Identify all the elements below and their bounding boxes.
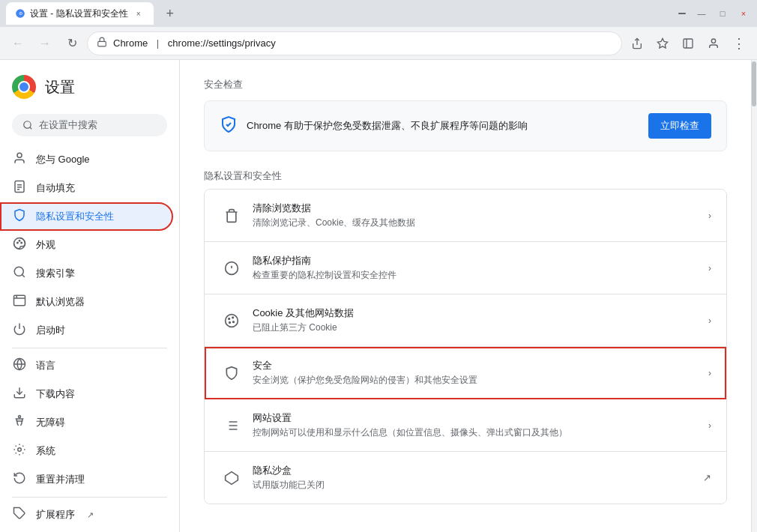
- svg-point-9: [17, 153, 22, 157]
- svg-point-18: [14, 267, 23, 276]
- safety-check-btn[interactable]: 立即检查: [648, 113, 711, 139]
- settings-item-clear-browsing[interactable]: 清除浏览数据 清除浏览记录、Cookie、缓存及其他数据 ›: [205, 190, 726, 242]
- content-area: 安全检查 Chrome 有助于保护您免受数据泄露、不良扩展程序等问题的影响 立即…: [180, 60, 751, 532]
- search-container: 在设置中搜索: [0, 111, 179, 145]
- clear-browsing-subtitle: 清除浏览记录、Cookie、缓存及其他数据: [253, 217, 708, 229]
- site-settings-title: 网站设置: [253, 411, 708, 425]
- svg-point-32: [229, 318, 230, 319]
- svg-text:⚙: ⚙: [19, 11, 22, 16]
- sidebar-label-extensions: 扩展程序: [36, 508, 75, 522]
- svg-point-16: [21, 242, 22, 244]
- svg-point-26: [19, 416, 21, 418]
- sidebar-label-privacy: 隐私设置和安全性: [36, 210, 114, 223]
- sidebar-header: 设置: [0, 66, 179, 111]
- sidebar-label-system: 系统: [36, 444, 55, 458]
- safety-section-title: 安全检查: [204, 78, 727, 91]
- sidebar-item-accessibility[interactable]: 无障碍: [0, 408, 173, 437]
- settings-item-privacy-guide[interactable]: 隐私保护指南 检查重要的隐私控制设置和安全控件 ›: [205, 242, 726, 294]
- share-btn[interactable]: [625, 31, 649, 55]
- privacy-guide-icon: [220, 261, 244, 276]
- trash-icon: [220, 208, 244, 223]
- svg-point-34: [233, 321, 235, 322]
- sidebar-label-reset: 重置并清理: [36, 473, 85, 486]
- shield-icon: [12, 208, 27, 225]
- svg-rect-5: [684, 39, 693, 48]
- svg-point-15: [17, 242, 19, 244]
- security-content: 安全 安全浏览（保护您免受危险网站的侵害）和其他安全设置: [253, 359, 708, 387]
- settings-item-security[interactable]: 安全 安全浏览（保护您免受危险网站的侵害）和其他安全设置 ›: [205, 347, 726, 399]
- settings-icon: [12, 443, 27, 459]
- titlebar-left: ⚙ 设置 - 隐私设置和安全性 × +: [6, 2, 181, 25]
- clear-browsing-arrow: ›: [708, 211, 711, 221]
- sidebar-item-download[interactable]: 下载内容: [0, 380, 173, 408]
- bookmark-btn[interactable]: [651, 31, 675, 55]
- privacy-section-title: 隐私设置和安全性: [204, 169, 727, 183]
- sidebar-label-autofill: 自动填充: [36, 181, 75, 195]
- sidebar-item-search[interactable]: 搜索引擎: [0, 259, 173, 288]
- forward-btn[interactable]: →: [33, 31, 57, 55]
- sidebar-divider2: [12, 497, 167, 498]
- sidebar-item-autofill[interactable]: 自动填充: [0, 174, 173, 202]
- clear-browsing-content: 清除浏览数据 清除浏览记录、Cookie、缓存及其他数据: [253, 202, 708, 229]
- tab-search-btn[interactable]: [676, 31, 700, 55]
- close-btn[interactable]: ×: [736, 6, 751, 21]
- sidebar-item-startup[interactable]: 启动时: [0, 316, 173, 345]
- svg-point-28: [18, 448, 22, 452]
- search-bar[interactable]: 在设置中搜索: [12, 114, 167, 136]
- security-subtitle: 安全浏览（保护您免受危险网站的侵害）和其他安全设置: [253, 374, 708, 387]
- article-icon: [12, 180, 27, 196]
- minimize-btn[interactable]: —: [694, 6, 709, 21]
- sidebar-item-language[interactable]: 语言: [0, 351, 173, 380]
- sidebar-item-you-google[interactable]: 您与 Google: [0, 145, 173, 174]
- menu-btn[interactable]: ⋮: [727, 31, 751, 55]
- browser-icon: [12, 294, 27, 310]
- sidebar-item-system[interactable]: 系统: [0, 437, 173, 465]
- privacy-sandbox-external-icon: ↗: [703, 472, 711, 483]
- safety-card-left: Chrome 有助于保护您免受数据泄露、不良扩展程序等问题的影响: [220, 115, 528, 137]
- new-tab-btn[interactable]: +: [160, 3, 181, 24]
- settings-item-cookies[interactable]: Cookie 及其他网站数据 已阻止第三方 Cookie ›: [205, 294, 726, 347]
- sidebar-label-language: 语言: [36, 359, 55, 372]
- sidebar-item-privacy[interactable]: 隐私设置和安全性: [0, 202, 173, 231]
- tab-favicon: ⚙: [15, 8, 25, 19]
- svg-point-7: [711, 39, 715, 43]
- palette-icon: [12, 237, 27, 253]
- address-bar[interactable]: Chrome | chrome://settings/privacy: [87, 31, 622, 55]
- address-path: chrome://settings/privacy: [168, 37, 276, 49]
- window-controls: — □ ×: [676, 6, 751, 21]
- svg-point-8: [24, 121, 31, 128]
- search-icon: [22, 120, 33, 130]
- settings-item-privacy-sandbox[interactable]: 隐私沙盒 试用版功能已关闭 ↗: [205, 452, 726, 504]
- content-scrollbar: [751, 60, 757, 532]
- tab-close-btn[interactable]: ×: [133, 7, 145, 19]
- maximize-btn[interactable]: □: [715, 6, 730, 21]
- back-btn[interactable]: ←: [6, 31, 30, 55]
- address-separator: |: [154, 37, 162, 49]
- sidebar-item-extensions[interactable]: 扩展程序 ↗: [0, 501, 173, 529]
- sidebar-item-reset[interactable]: 重置并清理: [0, 465, 173, 494]
- reset-icon: [12, 471, 27, 488]
- extensions-external-icon: ↗: [87, 510, 94, 520]
- sidebar-label-appearance: 外观: [36, 238, 55, 252]
- sidebar-label-download: 下载内容: [36, 387, 75, 401]
- chevron-down-icon: [676, 7, 688, 19]
- privacy-guide-content: 隐私保护指南 检查重要的隐私控制设置和安全控件: [253, 254, 708, 282]
- privacy-sandbox-title: 隐私沙盒: [253, 464, 703, 477]
- sidebar-label-you-google: 您与 Google: [36, 153, 90, 166]
- site-settings-arrow: ›: [708, 420, 711, 431]
- main-layout: 设置 在设置中搜索 您与 Google 自动填充 隐私设: [0, 60, 757, 532]
- clear-browsing-title: 清除浏览数据: [253, 202, 708, 215]
- sidebar-label-browser: 默认浏览器: [36, 295, 85, 309]
- sidebar-item-browser[interactable]: 默认浏览器: [0, 288, 173, 316]
- shield-check-icon: [220, 115, 238, 137]
- active-tab[interactable]: ⚙ 设置 - 隐私设置和安全性 ×: [6, 2, 154, 25]
- sidebar-item-appearance[interactable]: 外观: [0, 231, 173, 259]
- cookies-title: Cookie 及其他网站数据: [253, 306, 708, 320]
- refresh-btn[interactable]: ↻: [60, 31, 84, 55]
- profile-btn[interactable]: [702, 31, 726, 55]
- privacy-sandbox-subtitle: 试用版功能已关闭: [253, 479, 703, 492]
- scrollbar-thumb[interactable]: [752, 61, 756, 106]
- address-chrome: Chrome: [113, 37, 148, 49]
- safety-description: Chrome 有助于保护您免受数据泄露、不良扩展程序等问题的影响: [247, 119, 528, 133]
- settings-item-site-settings[interactable]: 网站设置 控制网站可以使用和显示什么信息（如位置信息、摄像头、弹出式窗口及其他）…: [205, 399, 726, 452]
